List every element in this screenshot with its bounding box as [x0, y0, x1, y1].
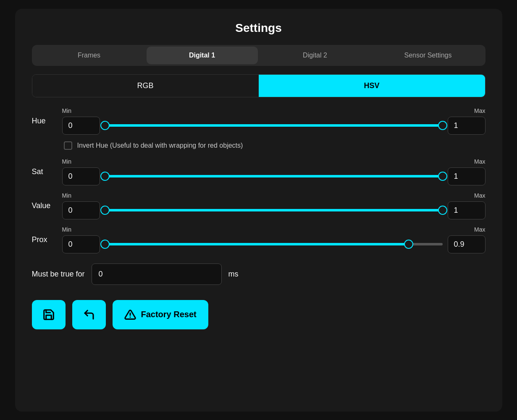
- sat-label: Sat: [32, 167, 57, 176]
- value-slider-track-wrapper[interactable]: [105, 205, 443, 215]
- hue-section: Hue Min Max: [32, 107, 486, 135]
- invert-hue-label: Invert Hue (Useful to deal with wrapping…: [77, 142, 243, 149]
- value-labels: Min Max: [62, 192, 486, 199]
- sat-min-label: Min: [62, 158, 72, 165]
- hue-max-input[interactable]: [448, 117, 486, 135]
- hue-label: Hue: [32, 117, 57, 125]
- rgb-button[interactable]: RGB: [32, 75, 259, 97]
- color-mode-toggle: RGB HSV: [32, 74, 486, 97]
- must-be-true-input[interactable]: [92, 263, 222, 285]
- undo-button[interactable]: [72, 300, 106, 329]
- prox-max-label: Max: [474, 226, 485, 233]
- prox-thumb-max[interactable]: [404, 240, 413, 249]
- sat-thumb-min[interactable]: [100, 172, 110, 181]
- value-thumb-min[interactable]: [100, 206, 110, 215]
- sat-slider-track-wrapper[interactable]: [105, 171, 443, 181]
- tab-frames[interactable]: Frames: [34, 47, 145, 64]
- value-slider-area: Min Max: [62, 192, 486, 219]
- sat-max-input[interactable]: [448, 167, 486, 185]
- must-be-true-unit: ms: [228, 270, 239, 279]
- warning-icon: [124, 309, 136, 321]
- value-min-input[interactable]: [62, 201, 100, 219]
- hue-slider-area: Min Max: [62, 107, 486, 135]
- page-title: Settings: [32, 21, 486, 35]
- prox-row: Prox Min Max: [32, 226, 486, 253]
- invert-hue-row: Invert Hue (Useful to deal with wrapping…: [64, 141, 486, 150]
- sat-controls: [62, 167, 486, 185]
- prox-label: Prox: [32, 235, 57, 244]
- hue-min-input[interactable]: [62, 117, 100, 135]
- hsv-button[interactable]: HSV: [259, 75, 485, 97]
- sat-min-input[interactable]: [62, 167, 100, 185]
- bottom-buttons: Factory Reset: [32, 300, 486, 329]
- prox-max-input[interactable]: [448, 235, 486, 253]
- hue-labels: Min Max: [62, 107, 486, 114]
- prox-slider-area: Min Max: [62, 226, 486, 253]
- value-controls: [62, 201, 486, 219]
- hue-min-label: Min: [62, 107, 72, 114]
- hue-thumb-max[interactable]: [438, 121, 447, 130]
- value-thumb-max[interactable]: [438, 206, 447, 215]
- tab-sensor-settings[interactable]: Sensor Settings: [373, 47, 484, 64]
- value-max-input[interactable]: [448, 201, 486, 219]
- prox-min-label: Min: [62, 226, 72, 233]
- sat-thumb-max[interactable]: [438, 172, 447, 181]
- hue-slider-track-wrapper[interactable]: [105, 120, 443, 130]
- prox-section: Prox Min Max: [32, 226, 486, 253]
- factory-reset-label: Factory Reset: [141, 310, 197, 319]
- hue-slider-track: [105, 124, 443, 127]
- sat-slider-area: Min Max: [62, 158, 486, 185]
- settings-panel: Settings Frames Digital 1 Digital 2 Sens…: [15, 9, 502, 412]
- sat-labels: Min Max: [62, 158, 486, 165]
- sat-section: Sat Min Max: [32, 158, 486, 185]
- prox-min-input[interactable]: [62, 235, 100, 253]
- sat-slider-track: [105, 175, 443, 177]
- factory-reset-button[interactable]: Factory Reset: [113, 300, 208, 329]
- value-min-label: Min: [62, 192, 72, 199]
- undo-icon: [83, 308, 95, 321]
- sat-max-label: Max: [474, 158, 485, 165]
- tabs-bar: Frames Digital 1 Digital 2 Sensor Settin…: [32, 45, 486, 66]
- must-be-true-label: Must be true for: [32, 270, 85, 279]
- hue-max-label: Max: [474, 107, 485, 114]
- save-button[interactable]: [32, 300, 66, 329]
- prox-controls: [62, 235, 486, 253]
- value-slider-track: [105, 209, 443, 211]
- prox-slider-track: [105, 243, 443, 245]
- tab-digital1[interactable]: Digital 1: [147, 47, 258, 64]
- value-row: Value Min Max: [32, 192, 486, 219]
- sat-row: Sat Min Max: [32, 158, 486, 185]
- prox-labels: Min Max: [62, 226, 486, 233]
- hue-row: Hue Min Max: [32, 107, 486, 135]
- value-label: Value: [32, 201, 57, 210]
- invert-hue-checkbox[interactable]: [64, 141, 72, 150]
- value-section: Value Min Max: [32, 192, 486, 219]
- tab-digital2[interactable]: Digital 2: [260, 47, 371, 64]
- prox-slider-track-wrapper[interactable]: [105, 239, 443, 249]
- value-max-label: Max: [474, 192, 485, 199]
- save-icon: [42, 308, 55, 321]
- hue-controls: [62, 117, 486, 135]
- must-be-true-row: Must be true for ms: [32, 263, 486, 285]
- hue-thumb-min[interactable]: [100, 121, 110, 130]
- prox-thumb-min[interactable]: [100, 240, 110, 249]
